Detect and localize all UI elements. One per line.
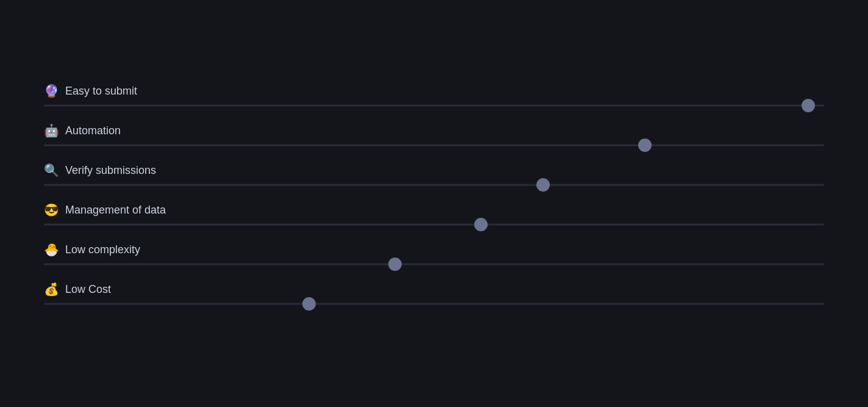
slider-track-easy-to-submit [44, 104, 824, 106]
label-text-management-of-data: Management of data [65, 204, 166, 217]
slider-row-verify-submissions: 🔍Verify submissions [44, 164, 824, 187]
slider-track-verify-submissions [44, 184, 824, 185]
emoji-icon-verify-submissions: 🔍 [44, 164, 59, 176]
label-row-management-of-data: 😎Management of data [44, 204, 824, 217]
slider-track-container-management-of-data[interactable] [44, 223, 824, 226]
label-text-automation: Automation [65, 124, 121, 137]
label-text-low-cost: Low Cost [65, 283, 111, 296]
emoji-icon-management-of-data: 😎 [44, 204, 59, 216]
label-row-automation: 🤖Automation [44, 124, 824, 137]
slider-track-automation [44, 144, 824, 146]
label-text-easy-to-submit: Easy to submit [65, 85, 137, 98]
slider-thumb-management-of-data[interactable] [474, 218, 488, 231]
slider-track-container-low-complexity[interactable] [44, 262, 824, 266]
slider-row-easy-to-submit: 🔮Easy to submit [44, 85, 824, 107]
emoji-icon-easy-to-submit: 🔮 [44, 85, 59, 97]
label-text-low-complexity: Low complexity [65, 243, 140, 256]
slider-thumb-low-cost[interactable] [302, 297, 316, 311]
slider-thumb-easy-to-submit[interactable] [802, 99, 815, 112]
slider-track-container-low-cost[interactable] [44, 302, 824, 306]
slider-row-automation: 🤖Automation [44, 124, 824, 147]
emoji-icon-low-complexity: 🐣 [44, 243, 59, 256]
label-row-easy-to-submit: 🔮Easy to submit [44, 85, 824, 98]
slider-thumb-low-complexity[interactable] [388, 258, 402, 271]
label-row-low-complexity: 🐣Low complexity [44, 243, 824, 256]
slider-track-low-cost [44, 303, 824, 304]
slider-track-container-verify-submissions[interactable] [44, 183, 824, 187]
label-text-verify-submissions: Verify submissions [65, 164, 156, 177]
label-row-low-cost: 💰Low Cost [44, 283, 824, 296]
slider-row-low-complexity: 🐣Low complexity [44, 243, 824, 266]
emoji-icon-low-cost: 💰 [44, 283, 59, 295]
slider-row-management-of-data: 😎Management of data [44, 204, 824, 226]
label-row-verify-submissions: 🔍Verify submissions [44, 164, 824, 177]
slider-track-container-easy-to-submit[interactable] [44, 104, 824, 107]
slider-track-low-complexity [44, 263, 824, 265]
sliders-container: 🔮Easy to submit🤖Automation🔍Verify submis… [44, 73, 824, 335]
slider-track-container-automation[interactable] [44, 143, 824, 147]
slider-thumb-verify-submissions[interactable] [536, 178, 550, 192]
slider-track-management-of-data [44, 223, 824, 225]
slider-thumb-automation[interactable] [638, 139, 652, 152]
slider-row-low-cost: 💰Low Cost [44, 283, 824, 306]
emoji-icon-automation: 🤖 [44, 124, 59, 137]
